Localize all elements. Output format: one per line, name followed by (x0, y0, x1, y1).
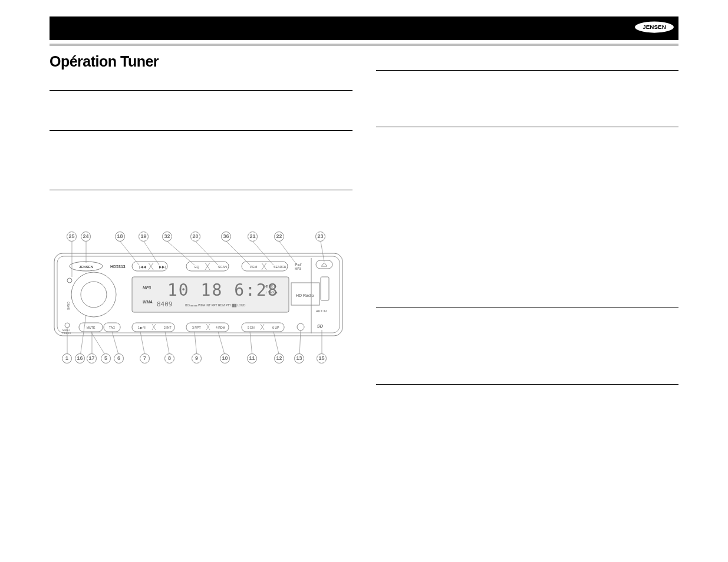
page-number: 21 (0, 547, 728, 556)
divider (50, 190, 353, 190)
svg-text:▶▶|: ▶▶| (159, 265, 166, 269)
band-body: Appuyez sur le bouton BAND (17) pour pas… (50, 195, 353, 211)
svg-text:8409: 8409 (157, 300, 173, 308)
svg-text:5 DN: 5 DN (248, 326, 255, 329)
svg-text:♫ TAG ⛰: ♫ TAG ⛰ (265, 290, 278, 294)
svg-text:BAND: BAND (67, 301, 70, 309)
hd-body: Les émissions de radio HD numériques AM … (376, 313, 679, 355)
svg-text:MP3: MP3 (143, 286, 151, 290)
preset-heading: Stations Préréglées (376, 115, 679, 124)
svg-text:SD: SD (317, 324, 323, 328)
svg-text:1 ▶/II: 1 ▶/II (138, 326, 146, 329)
svg-text:PGM: PGM (250, 265, 258, 269)
callout-12: 12 (274, 353, 284, 363)
svg-text:TAG: TAG (109, 326, 115, 329)
svg-text:10 18  6:28: 10 18 6:28 (167, 280, 279, 300)
autostore-body: Sélectionnez automatiquement six station… (376, 217, 679, 242)
svg-text:MUTE: MUTE (87, 326, 95, 329)
divider (376, 308, 679, 308)
svg-rect-50 (321, 277, 329, 300)
manual-heading: Syntonisation Manuel (50, 118, 353, 127)
callout-11: 11 (247, 353, 257, 363)
callout-32: 32 (162, 232, 172, 242)
callout-16: 16 (75, 353, 85, 363)
callout-21: 21 (248, 232, 258, 242)
divider (376, 70, 679, 71)
callout-1: 1 (62, 353, 72, 363)
callout-19: 19 (139, 232, 149, 242)
svg-point-52 (297, 323, 304, 330)
multicast-heading: Multidiffusion (376, 372, 679, 381)
svg-text:HD5313: HD5313 (110, 265, 126, 269)
svg-text:JENSEN: JENSEN (79, 265, 93, 269)
divider (376, 127, 679, 127)
preset-recall-body: Choisissez une bande (si nécessaire). Ap… (376, 186, 679, 202)
svg-rect-49 (316, 260, 332, 269)
hd-note: REMARQUE : La réception radio HD n'est p… (376, 358, 679, 366)
svg-text:SEARCH: SEARCH (274, 265, 286, 269)
manual-body-1: Appuyez et maintenez le bouton de synton… (50, 135, 353, 152)
callout-9: 9 (192, 353, 202, 363)
callout-6: 6 (114, 353, 124, 363)
callout-20: 20 (190, 232, 200, 242)
svg-text:WMA: WMA (143, 300, 153, 304)
callout-10: 10 (220, 353, 230, 363)
scan-heading: Syntonisation par Exploration (376, 58, 679, 67)
divider (50, 90, 353, 91)
scan-body: Appuyez sur le bouton SEARCH (21) pour b… (376, 75, 679, 109)
callout-24: 24 (81, 232, 91, 242)
callout-8: 8 (164, 353, 174, 363)
svg-text:|◀◀: |◀◀ (139, 265, 146, 269)
autostore-subhead: Mémorisation Automatique des Stations (A… (376, 206, 509, 213)
multicast-body-2: Lorsque vous accédez à une station de mu… (376, 417, 679, 459)
presetscan-body: Balayez les stations mémorisées dans la … (376, 256, 679, 289)
svg-text:3 RPT: 3 RPT (192, 326, 202, 329)
svg-point-8 (81, 282, 107, 308)
svg-text:JENSEN: JENSEN (643, 24, 666, 31)
callout-22: 22 (274, 232, 284, 242)
seek-heading: Recherche Syntonisation (50, 78, 353, 87)
manual-body-2: Si l'unité n'est pas réglée dans les 3 s… (50, 155, 353, 171)
seek-body: Appuyez momentanément sur le bouton de s… (50, 95, 353, 112)
svg-text:4 RDM: 4 RDM (216, 326, 225, 329)
callout-13: 13 (294, 353, 304, 363)
callout-15: 15 (317, 353, 327, 363)
callout-18: 18 (115, 232, 125, 242)
svg-text:AUX IN: AUX IN (316, 309, 327, 313)
header-black-bar (50, 16, 678, 40)
brand-logo: JENSEN (634, 19, 675, 35)
callout-17: 17 (87, 353, 97, 363)
band-heading: Sélection de Bande (50, 177, 353, 186)
hd-heading: Récepteur Radio HD (376, 295, 679, 304)
preset-store-body: Choisissez une bande (si nécessaire) et … (376, 155, 679, 171)
divider (50, 130, 353, 131)
svg-text:MP3: MP3 (295, 267, 301, 270)
svg-text:PRESS: PRESS (62, 332, 71, 335)
divider (376, 384, 679, 385)
callout-23: 23 (315, 232, 325, 242)
multicast-body-1: Des stations de multidiffusion supplémen… (376, 389, 679, 415)
svg-text:2 INT: 2 INT (164, 326, 172, 329)
radio-unit-diagram: JENSEN HD5313 BAND MENU PRESS MUTE TAG (50, 224, 347, 368)
svg-text:6 UP: 6 UP (272, 326, 279, 329)
presetscan-subhead: Balayage Préréglé (PS) (376, 245, 444, 252)
page-title: Opération Tuner (50, 52, 353, 72)
preset-recall-subhead: Rappeler une Station (376, 175, 438, 182)
svg-text:⦿ HD ✦: ⦿ HD ✦ (265, 285, 276, 288)
callout-25: 25 (67, 232, 77, 242)
preset-store-subhead: Mémoriser une Station (376, 144, 443, 151)
svg-text:EQ: EQ (195, 265, 199, 269)
callout-5: 5 (101, 353, 111, 363)
preset-intro: Six boutons de préréglage numérotés mémo… (376, 132, 679, 140)
callout-36: 36 (221, 232, 231, 242)
svg-text:SCAN: SCAN (218, 265, 227, 269)
header-gray-rule (50, 44, 678, 46)
callout-7: 7 (140, 353, 150, 363)
svg-text:ID3 ▬ ▬ WMA INT RPT RDM PTY ▓▓: ID3 ▬ ▬ WMA INT RPT RDM PTY ▓▓ LOUD (185, 303, 246, 308)
